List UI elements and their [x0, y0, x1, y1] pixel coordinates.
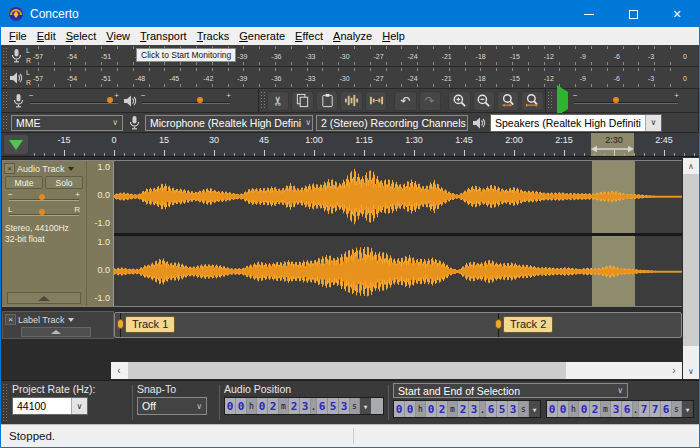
fit-project-button[interactable] [521, 91, 543, 111]
scroll-up-arrow[interactable]: ∧ [683, 158, 699, 174]
toolbar-grip[interactable] [2, 69, 7, 86]
recording-volume-slider[interactable]: − + [28, 91, 120, 111]
play-speed-handle[interactable] [613, 97, 619, 103]
playback-meter-bars[interactable]: L R -57-54-51-48-45-42-39-36-33-30-27-24… [24, 67, 697, 88]
ruler-time-label: 1:45 [455, 135, 473, 145]
recording-device-dropdown[interactable]: Microphone (Realtek High Defini ∨ [145, 115, 313, 131]
timeline-ruler[interactable]: -1501530451:001:151:301:452:002:152:302:… [31, 133, 699, 156]
menu-view[interactable]: View [101, 30, 135, 42]
track-menu-icon[interactable] [68, 167, 74, 171]
copy-button[interactable] [291, 91, 313, 111]
recording-meter[interactable]: L R -57-54-51-48-45-42-39-36-33-30-27-24… [1, 45, 699, 67]
fit-selection-button[interactable] [497, 91, 519, 111]
vertical-scrollbar[interactable]: ∧ ∨ [683, 158, 699, 379]
horizontal-scrollbar[interactable]: ‹ › [111, 362, 682, 379]
audio-host-dropdown[interactable]: MME ∨ [11, 115, 123, 131]
menu-analyze[interactable]: Analyze [328, 30, 377, 42]
snap-to-dropdown[interactable]: Off ∨ [137, 397, 207, 415]
paste-button[interactable] [316, 91, 338, 111]
pinned-play-head-button[interactable] [3, 134, 29, 155]
gain-handle[interactable] [39, 194, 45, 200]
ruler-time-label: 15 [159, 135, 169, 145]
scroll-right-arrow[interactable]: › [666, 362, 682, 379]
toolbar-grip[interactable] [2, 47, 7, 64]
time-format-dropdown-arrow[interactable]: ▼ [682, 401, 693, 417]
vertical-scrollbar-thumb[interactable] [683, 174, 699, 346]
scroll-down-arrow[interactable]: ∨ [683, 363, 699, 379]
recording-meter-bars[interactable]: L R -57-54-51-48-45-42-39-36-33-30-27-24… [24, 45, 697, 66]
label-text[interactable]: Track 2 [503, 316, 553, 333]
time-digit: 0 [405, 401, 416, 417]
audio-track-control-panel[interactable]: × Audio Track Mute Solo − + L R [2, 161, 86, 306]
track-format-info: Stereo, 44100Hz 32-bit float [2, 220, 86, 245]
audio-position-section: Audio Position 00h02m23.653s▼ [220, 381, 388, 424]
close-track-button[interactable]: × [5, 314, 16, 325]
waveform-lane[interactable] [114, 161, 682, 306]
time-format-dropdown-arrow[interactable]: ▼ [360, 398, 371, 414]
toolbar-grip[interactable] [547, 91, 552, 110]
project-rate-dropdown[interactable]: 44100 ∨ [12, 397, 88, 415]
zoom-in-button[interactable] [448, 91, 470, 111]
minimize-button[interactable] [567, 1, 611, 27]
play-speed-slider[interactable]: − + [572, 91, 680, 111]
audio-position-display[interactable]: 00h02m23.653s▼ [224, 397, 384, 415]
cut-button[interactable]: ✂ [267, 91, 289, 111]
scroll-left-arrow[interactable]: ‹ [111, 362, 127, 379]
undo-button[interactable]: ↶ [394, 91, 416, 111]
collapse-track-button[interactable] [7, 292, 81, 304]
label-pin-icon[interactable] [117, 319, 124, 329]
toolbar-grip[interactable] [2, 115, 7, 130]
selection-mode-dropdown[interactable]: Start and End of Selection ∨ [393, 383, 628, 398]
solo-button[interactable]: Solo [45, 176, 83, 189]
selection-end-display[interactable]: 00h02m36.776s▼ [546, 400, 694, 418]
monitoring-tooltip[interactable]: Click to Start Monitoring [136, 48, 236, 62]
plus-icon: + [226, 91, 231, 100]
toolbar-grip[interactable] [2, 91, 7, 110]
pan-slider[interactable]: L R [7, 205, 81, 220]
menu-file[interactable]: File [4, 30, 32, 42]
close-track-button[interactable]: × [4, 163, 15, 174]
menu-select[interactable]: Select [61, 30, 102, 42]
time-digit: 2 [437, 401, 448, 417]
waveform-left-channel[interactable] [114, 161, 682, 232]
mute-button[interactable]: Mute [5, 176, 43, 189]
toolbar-grip[interactable] [2, 383, 7, 422]
playback-volume-handle[interactable] [197, 97, 203, 103]
silence-audio-button[interactable] [365, 91, 387, 111]
close-button[interactable]: ✕ [655, 1, 699, 27]
vertical-scale-ruler[interactable]: 1.0 0.0 -1.0 1.0 0.0 -1.0 [86, 161, 114, 306]
label-pin-icon[interactable] [495, 319, 502, 329]
menu-help[interactable]: Help [377, 30, 410, 42]
trim-audio-button[interactable] [340, 91, 362, 111]
menu-effect[interactable]: Effect [290, 30, 328, 42]
meter-scale-value: -57 [33, 74, 43, 81]
horizontal-scrollbar-thumb[interactable] [128, 362, 566, 379]
playback-volume-slider[interactable]: − + [140, 91, 232, 111]
recording-volume-handle[interactable] [107, 97, 113, 103]
label-lane[interactable]: Track 1Track 2 [114, 312, 682, 338]
zoom-out-button[interactable] [473, 91, 495, 111]
playback-device-dropdown[interactable]: Speakers (Realtek High Definiti ∨ [490, 114, 662, 132]
waveform-right-channel[interactable] [114, 236, 682, 306]
track-menu-icon[interactable] [68, 318, 74, 322]
maximize-button[interactable] [611, 1, 655, 27]
selection-start-display[interactable]: 00h02m23.653s▼ [393, 400, 541, 418]
collapse-track-button[interactable] [21, 327, 91, 337]
menu-transport[interactable]: Transport [135, 30, 192, 42]
menu-generate[interactable]: Generate [234, 30, 290, 42]
play-at-speed-button[interactable] [553, 92, 572, 110]
playback-meter[interactable]: L R -57-54-51-48-45-42-39-36-33-30-27-24… [1, 67, 699, 89]
pan-handle[interactable] [39, 209, 45, 215]
menu-edit[interactable]: Edit [32, 30, 61, 42]
recording-channels-dropdown[interactable]: 2 (Stereo) Recording Channels ∨ [316, 115, 468, 131]
label-track-control-panel[interactable]: × Label Track [2, 311, 114, 339]
menu-tracks[interactable]: Tracks [192, 30, 235, 42]
redo-button[interactable]: ↷ [419, 91, 441, 111]
time-format-dropdown-arrow[interactable]: ▼ [529, 401, 540, 417]
toolbar-grip[interactable] [260, 91, 265, 110]
audio-track-title[interactable]: Audio Track [17, 164, 65, 174]
label-track-title[interactable]: Label Track [18, 315, 65, 325]
label-text[interactable]: Track 1 [125, 316, 175, 333]
audio-track-row: × Audio Track Mute Solo − + L R [2, 160, 682, 307]
gain-slider[interactable]: − + [7, 190, 81, 205]
